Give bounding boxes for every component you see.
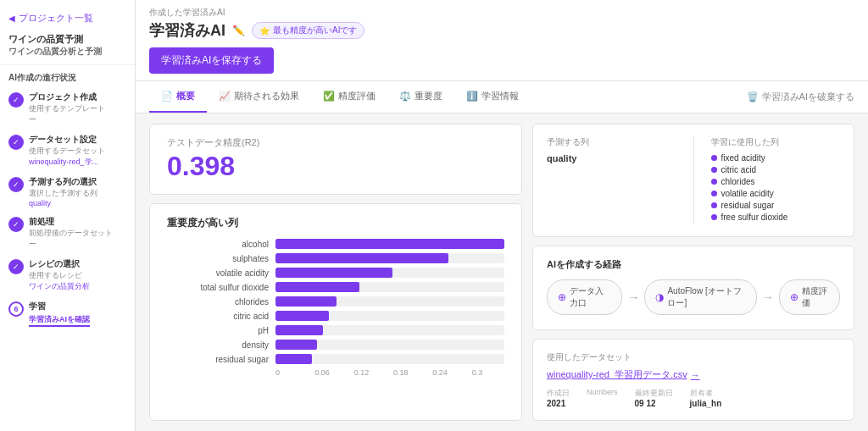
step-4-value: ー: [29, 239, 126, 250]
flow-accuracy-icon: ⊕: [790, 291, 798, 303]
flow-autoflow-icon: ◑: [655, 291, 664, 303]
score-card: テストデータ精度(R2) 0.398: [149, 124, 522, 195]
back-link[interactable]: ◀ プロジェクト一覧: [0, 7, 135, 30]
step-6-detail[interactable]: 学習済みAIを確認: [29, 314, 90, 327]
bar-fill: [275, 296, 337, 307]
flow-row: ⊕ データ入力口 → ◑ AutoFlow [オートフロー] → ⊕ 精度評価: [547, 279, 840, 315]
step-2-content: データセット設定 使用するデータセット winequality-red_学...: [29, 134, 126, 168]
tab-learn-info[interactable]: ℹ️ 学習情報: [454, 81, 531, 113]
bar-fill: [275, 311, 329, 321]
step-3-name: 予測する列の選択: [29, 176, 126, 188]
tab-effect-label: 期待される効果: [234, 90, 299, 102]
tab-overview[interactable]: 📄 概要: [149, 81, 207, 113]
bar-fill: [275, 340, 317, 350]
page-title: 学習済みAI: [149, 20, 225, 41]
dataset-created-label: 作成日: [547, 388, 570, 399]
tab-effect[interactable]: 📈 期待される効果: [207, 81, 311, 113]
train-col-text: residual sugar: [721, 201, 775, 210]
step-6-icon: 6: [8, 301, 24, 317]
dataset-link[interactable]: winequality-red_学習用データ.csv →: [547, 368, 840, 381]
axis-tick: 0: [275, 368, 308, 377]
bar-label: pH: [167, 326, 269, 335]
dataset-owner-col: 所有者 julia_hn: [690, 388, 722, 408]
project-title: ワインの品質予測: [8, 33, 126, 46]
bar-fill: [275, 354, 312, 364]
page-header: 作成した学習済みAI 学習済みAI ✏️ ⭐ 最も精度が高いAIです 学習済みA…: [136, 0, 868, 81]
bar-label: alcohol: [167, 240, 269, 249]
bar-track: [275, 340, 504, 350]
train-col-item: free sulfur dioxide: [711, 213, 841, 222]
dataset-link-arrow: →: [691, 370, 700, 380]
train-col-text: fixed acidity: [721, 153, 765, 163]
predict-col-section: 予測する列 quality: [547, 136, 676, 224]
dot-icon: [711, 155, 717, 161]
flow-input-icon: ⊕: [558, 291, 566, 303]
bar-track: [275, 296, 504, 307]
bar-track: [275, 282, 504, 292]
bar-label: total sulfur dioxide: [167, 283, 269, 292]
step-1-content: プロジェクト作成 使用するテンプレート ー: [29, 91, 126, 125]
sidebar: ◀ プロジェクト一覧 ワインの品質予測 ワインの品質分析と予測 AI作成の進行状…: [0, 0, 136, 431]
sidebar-step-6: 6 学習 学習済みAIを確認: [0, 296, 135, 331]
predict-col-value: quality: [547, 153, 676, 163]
bar-label: chlorides: [167, 297, 269, 307]
content-area: テストデータ精度(R2) 0.398 重要度が高い列 alcoholsulpha…: [136, 113, 868, 431]
train-cols-list: fixed aciditycitric acidchloridesvolatil…: [711, 153, 841, 222]
back-arrow-icon: ◀: [8, 14, 15, 23]
best-ai-badge: ⭐ 最も精度が高いAIです: [252, 22, 364, 39]
step-4-icon: ✓: [8, 217, 24, 232]
step-5-value: ワインの品質分析: [29, 281, 126, 292]
flow-node-autoflow-label: AutoFlow [オートフロー]: [667, 285, 745, 309]
dot-icon: [711, 167, 717, 173]
bar-label: volatile acidity: [167, 268, 269, 278]
sidebar-step-3: ✓ 予測する列の選択 選択した予測する列 quality: [0, 172, 135, 212]
step-5-content: レシピの選択 使用するレシピ ワインの品質分析: [29, 258, 126, 292]
flow-node-autoflow[interactable]: ◑ AutoFlow [オートフロー]: [644, 279, 756, 315]
bar-label: sulphates: [167, 254, 269, 263]
dataset-owner-value: julia_hn: [690, 399, 722, 408]
step-5-name: レシピの選択: [29, 258, 126, 270]
main-area: 作成した学習済みAI 学習済みAI ✏️ ⭐ 最も精度が高いAIです 学習済みA…: [136, 0, 868, 431]
bar-track: [275, 325, 504, 335]
train-col-item: citric acid: [711, 165, 841, 174]
bar-fill: [275, 239, 504, 249]
step-2-icon: ✓: [8, 135, 24, 150]
bar-row: total sulfur dioxide: [167, 282, 504, 292]
score-label: テストデータ精度(R2): [167, 136, 504, 149]
trash-icon: 🗑️: [747, 91, 759, 102]
star-icon: ⭐: [259, 26, 270, 36]
left-panel: テストデータ精度(R2) 0.398 重要度が高い列 alcoholsulpha…: [149, 124, 522, 421]
flow-node-input[interactable]: ⊕ データ入力口: [547, 279, 622, 315]
header-subtitle: 作成した学習済みAI: [149, 7, 854, 19]
dot-icon: [711, 179, 717, 185]
dataset-card: 使用したデータセット winequality-red_学習用データ.csv → …: [532, 339, 854, 421]
sidebar-step-4: ✓ 前処理 前処理後のデータセット ー: [0, 212, 135, 254]
bar-label: residual sugar: [167, 355, 269, 364]
step-1-value: ー: [29, 114, 126, 125]
tab-importance[interactable]: ⚖️ 重要度: [387, 81, 454, 113]
save-ai-button[interactable]: 学習済みAIを保存する: [149, 47, 274, 74]
bar-fill: [275, 282, 359, 292]
step-2-detail: 使用するデータセット: [29, 146, 126, 157]
axis-tick: 0.06: [314, 368, 347, 377]
dataset-numbers-label: Numbers: [587, 388, 618, 396]
edit-icon[interactable]: ✏️: [232, 25, 245, 36]
axis-tick: 0.18: [393, 368, 426, 377]
bar-row: pH: [167, 325, 504, 335]
project-title-section: ワインの品質予測 ワインの品質分析と予測: [0, 30, 135, 65]
tab-accuracy[interactable]: ✅ 精度評価: [311, 81, 387, 113]
dataset-updated-label: 最終更新日: [635, 388, 673, 399]
flow-node-accuracy[interactable]: ⊕ 精度評価: [779, 279, 840, 315]
score-value: 0.398: [167, 151, 504, 182]
destroy-button[interactable]: 🗑️ 学習済みAIを破棄する: [747, 91, 854, 103]
axis-tick: 0.12: [354, 368, 387, 377]
axis-tick: 0.24: [432, 368, 465, 377]
train-cols-section: 学習に使用した列 fixed aciditycitric acidchlorid…: [711, 136, 841, 224]
bar-row: volatile acidity: [167, 268, 504, 278]
train-col-item: residual sugar: [711, 201, 841, 210]
project-subtitle: ワインの品質分析と予測: [8, 46, 126, 58]
right-panel: 予測する列 quality 学習に使用した列 fixed aciditycitr…: [532, 124, 854, 421]
step-5-icon: ✓: [8, 259, 24, 274]
prediction-info-card: 予測する列 quality 学習に使用した列 fixed aciditycitr…: [532, 124, 854, 237]
bar-row: citric acid: [167, 311, 504, 321]
